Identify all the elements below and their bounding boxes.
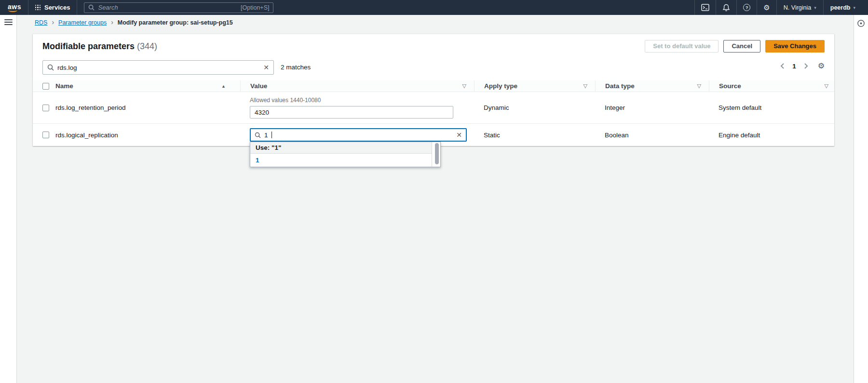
column-header-data-type[interactable]: Data type ▽ <box>595 80 709 92</box>
open-menu-button[interactable] <box>4 19 13 25</box>
card-header: Modifiable parameters (344) Set to defau… <box>33 34 834 58</box>
chevron-down-icon: ▾ <box>853 5 855 10</box>
dropdown-list: Use: "1" 1 <box>250 142 432 167</box>
parameter-name: rds.log_retention_period <box>54 104 240 111</box>
data-type-value: Integer <box>595 104 709 111</box>
help-button[interactable]: ? <box>737 0 757 15</box>
table-header-row: Name ▲ Value ▽ Apply type ▽ Data type ▽ … <box>33 80 834 92</box>
notifications-button[interactable] <box>716 0 736 15</box>
row-checkbox[interactable] <box>42 105 49 111</box>
allowed-values-hint: Allowed values 1440-10080 <box>250 97 474 104</box>
search-shortcut-hint: [Option+S] <box>241 4 269 11</box>
row-checkbox[interactable] <box>42 132 49 138</box>
next-page-button[interactable] <box>804 63 808 69</box>
parameter-filter-input[interactable] <box>57 64 260 71</box>
cancel-button[interactable]: Cancel <box>723 40 760 53</box>
use-typed-value-option[interactable]: Use: "1" <box>250 142 432 154</box>
clear-filter-icon[interactable]: ✕ <box>263 64 269 71</box>
pagination: 1 ⚙ <box>780 62 825 70</box>
breadcrumb-separator-icon: › <box>111 19 113 26</box>
parameter-value-cell: Allowed values 1440-10080 <box>240 97 474 119</box>
account-menu[interactable]: peerdb ▾ <box>824 0 862 15</box>
filter-icon[interactable]: ▽ <box>825 83 828 89</box>
text-cursor <box>271 132 272 138</box>
clear-value-icon[interactable]: ✕ <box>456 132 462 138</box>
header-checkbox-cell <box>33 80 54 92</box>
dropdown-option[interactable]: 1 <box>250 154 432 167</box>
services-menu-button[interactable]: Services <box>28 0 77 15</box>
typed-value: 1 <box>264 132 268 139</box>
region-label: N. Virginia <box>784 4 811 11</box>
chevron-left-icon <box>780 63 785 69</box>
title-text: Modifiable parameters <box>42 41 135 51</box>
global-search-input[interactable] <box>98 4 237 11</box>
apply-type-value: Dynamic <box>474 104 595 111</box>
parameter-value-cell: 1 ✕ Use: "1" 1 <box>240 128 474 142</box>
breadcrumb: RDS › Parameter groups › Modify paramete… <box>35 19 233 26</box>
autocomplete-dropdown: Use: "1" 1 <box>250 142 441 167</box>
aws-smile-icon <box>8 9 17 12</box>
hamburger-icon <box>4 19 13 25</box>
value-autocomplete: 1 ✕ Use: "1" 1 <box>250 128 467 142</box>
cloudshell-icon <box>701 4 709 11</box>
apply-type-value: Static <box>474 132 595 139</box>
settings-button[interactable]: ⚙ <box>757 0 776 15</box>
filter-icon[interactable]: ▽ <box>583 83 587 89</box>
save-changes-button[interactable]: Save Changes <box>765 40 825 53</box>
row-checkbox-cell <box>33 105 54 111</box>
help-icon: ? <box>743 4 750 11</box>
services-grid-icon <box>35 5 41 10</box>
table-row: rds.log_retention_period Allowed values … <box>33 92 834 124</box>
column-header-source[interactable]: Source ▽ <box>709 80 834 92</box>
account-label: peerdb <box>830 4 851 11</box>
dropdown-scrollbar[interactable] <box>435 143 439 164</box>
top-nav-bar: aws Services [Option+S] <box>0 0 868 15</box>
current-page-number[interactable]: 1 <box>792 63 796 70</box>
modifiable-parameters-card: Modifiable parameters (344) Set to defau… <box>33 34 834 146</box>
select-all-checkbox[interactable] <box>42 83 49 90</box>
filter-icon[interactable]: ▽ <box>462 83 466 89</box>
breadcrumb-link-rds[interactable]: RDS <box>35 19 47 26</box>
previous-page-button[interactable] <box>780 63 785 69</box>
match-count: 2 matches <box>281 58 311 77</box>
value-input[interactable] <box>250 106 453 119</box>
filter-icon[interactable]: ▽ <box>697 83 701 89</box>
search-icon <box>47 64 54 71</box>
side-panel-clock-icon[interactable] <box>857 19 865 27</box>
source-value: Engine default <box>709 132 834 139</box>
data-type-value: Boolean <box>595 132 709 139</box>
chevron-down-icon: ▾ <box>814 5 816 10</box>
column-header-apply-type[interactable]: Apply type ▽ <box>474 80 595 92</box>
bell-icon <box>722 4 730 12</box>
breadcrumb-link-parameter-groups[interactable]: Parameter groups <box>58 19 107 26</box>
search-icon <box>255 132 261 138</box>
source-value: System default <box>709 104 834 111</box>
parameter-filter-box: ✕ <box>42 60 274 75</box>
column-header-name[interactable]: Name ▲ <box>54 80 240 92</box>
page-title: Modifiable parameters (344) <box>42 41 157 52</box>
value-search-input[interactable]: 1 ✕ <box>250 128 467 142</box>
topbar-divider <box>77 0 77 15</box>
global-search-box[interactable]: [Option+S] <box>84 2 273 13</box>
search-icon <box>88 4 95 11</box>
breadcrumb-separator-icon: › <box>52 19 54 26</box>
chevron-right-icon <box>804 63 808 69</box>
breadcrumb-current-page: Modify parameter group: sai-setup-pg15 <box>118 19 233 26</box>
services-label: Services <box>44 4 70 11</box>
aws-console-page: aws Services [Option+S] <box>0 0 868 383</box>
sort-ascending-icon[interactable]: ▲ <box>221 84 226 89</box>
region-selector[interactable]: N. Virginia ▾ <box>777 0 823 15</box>
header-actions: Set to default value Cancel Save Changes <box>645 40 825 53</box>
parameter-name: rds.logical_replication <box>54 132 240 139</box>
row-checkbox-cell <box>33 132 54 138</box>
column-header-value[interactable]: Value ▽ <box>240 80 474 92</box>
cloudshell-button[interactable] <box>695 0 716 15</box>
gear-icon: ⚙ <box>763 4 770 11</box>
set-to-default-button[interactable]: Set to default value <box>645 40 719 53</box>
aws-logo[interactable]: aws <box>6 3 28 12</box>
topbar-right-group: ? ⚙ N. Virginia ▾ peerdb ▾ <box>694 0 862 15</box>
table-preferences-gear-icon[interactable]: ⚙ <box>818 62 825 70</box>
tools-panel-collapsed <box>854 15 868 383</box>
side-nav-collapsed <box>0 15 17 383</box>
card-toolbar: ✕ 2 matches 1 ⚙ <box>33 58 834 80</box>
